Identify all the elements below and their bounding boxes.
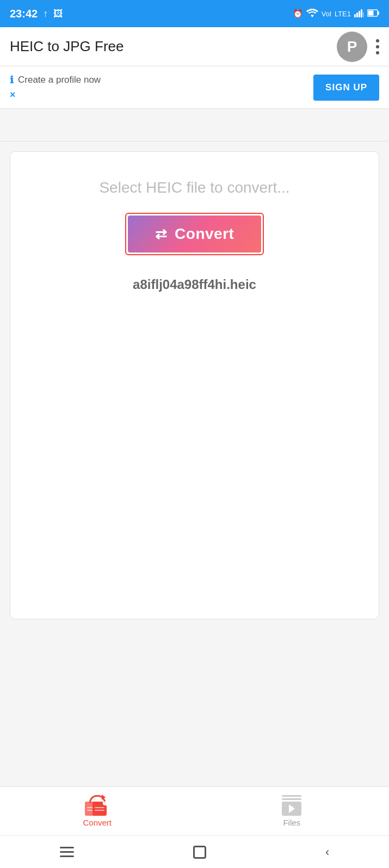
convert-nav-icon-container [84,795,111,816]
convert-button-label: Convert [175,225,234,243]
nav-item-files[interactable]: Files [195,787,390,835]
promo-banner: ℹ Create a profile now × SIGN UP [0,66,389,109]
banner-left: ℹ Create a profile now × [10,74,101,101]
main-content: Select HEIC file to convert... ⇄ Convert… [0,141,389,786]
back-icon: ‹ [325,845,329,859]
home-icon [193,846,206,859]
select-placeholder: Select HEIC file to convert... [99,179,289,196]
app-logo: P [337,32,367,62]
banner-close-button[interactable]: × [10,89,101,101]
svg-rect-0 [354,14,356,17]
svg-rect-3 [361,9,362,17]
recents-button[interactable] [60,847,74,857]
svg-rect-4 [363,12,364,17]
back-button[interactable]: ‹ [325,845,329,859]
app-header: HEIC to JPG Free P [0,27,389,66]
svg-rect-2 [359,11,360,17]
status-left: 23:42 ↑ 🖼 [10,8,63,20]
files-nav-icon-container [278,795,305,816]
status-bar: 23:42 ↑ 🖼 ⏰ Vol LTE1 [0,0,389,27]
status-right: ⏰ Vol LTE1 [293,9,379,19]
status-time: 23:42 [10,8,38,20]
spacer-area [0,109,389,141]
menu-dot-3 [376,51,379,54]
header-right: P [337,32,379,62]
sys-line-1 [60,847,74,848]
svg-rect-7 [378,11,379,15]
menu-button[interactable] [376,39,379,54]
signup-button[interactable]: SIGN UP [313,75,379,101]
menu-dot-1 [376,39,379,42]
banner-text: Create a profile now [18,75,101,85]
menu-dot-2 [376,45,379,48]
svg-rect-6 [368,10,374,15]
bottom-nav: Convert Files [0,786,389,835]
battery-icon [367,9,379,19]
image-icon: 🖼 [53,8,63,20]
lte-label: LTE1 [335,10,351,18]
files-nav-label: Files [283,818,300,827]
alarm-icon: ⏰ [293,9,303,19]
signal-bars-icon [354,9,364,19]
filename-display: a8iflj04a98ff4hi.heic [133,277,256,292]
convert-button[interactable]: ⇄ Convert [128,216,262,253]
shuffle-icon: ⇄ [155,226,168,243]
app-title: HEIC to JPG Free [10,38,124,55]
home-button[interactable] [193,846,206,859]
wifi-icon [306,9,318,19]
logo-letter: P [347,38,357,56]
sys-line-2 [60,851,74,853]
info-icon: ℹ [10,74,14,86]
converter-card: Select HEIC file to convert... ⇄ Convert… [10,151,379,619]
sys-line-3 [60,855,74,857]
convert-button-wrapper[interactable]: ⇄ Convert [125,213,264,255]
svg-rect-1 [356,13,358,17]
banner-info-row: ℹ Create a profile now [10,74,101,86]
system-nav-bar: ‹ [0,835,389,868]
recents-icon [60,847,74,857]
nav-item-convert[interactable]: Convert [0,787,195,835]
convert-nav-label: Convert [83,818,112,827]
upload-icon: ↑ [43,8,48,20]
signal-label: Vol [322,10,331,18]
